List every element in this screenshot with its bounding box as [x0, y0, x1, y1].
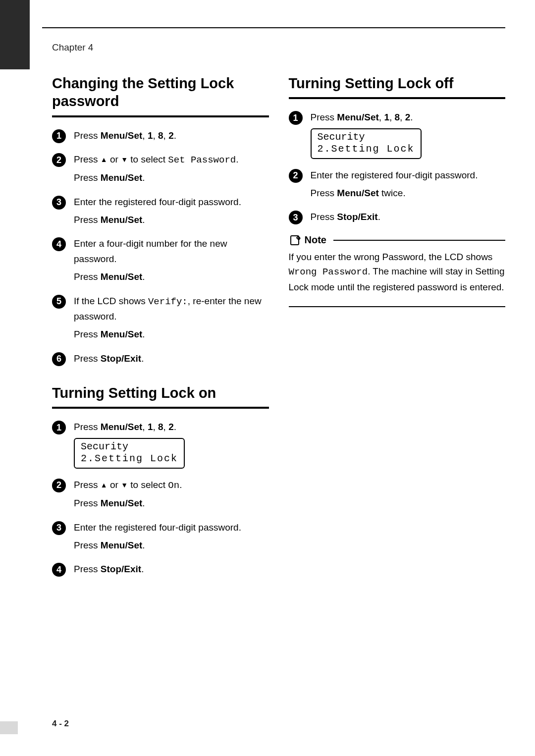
step-text: Enter a four-digit number for the new pa…	[74, 236, 269, 267]
note-header: Note	[289, 234, 506, 247]
step-number-icon: 4	[52, 563, 66, 577]
step-2: 2 Enter the registered four-digit passwo…	[289, 168, 506, 201]
section-rule	[52, 115, 269, 117]
step-3: 3 Press Stop/Exit.	[289, 210, 506, 224]
down-triangle-icon: ▼	[121, 154, 128, 165]
step-text: Press Menu/Set, 1, 8, 2.	[74, 420, 269, 434]
header-rule	[42, 27, 505, 28]
note-rule	[333, 240, 505, 241]
step-number-icon: 3	[289, 211, 303, 224]
step-text: Press Menu/Set.	[74, 327, 269, 342]
step-number-icon: 2	[52, 479, 66, 492]
step-5: 5 If the LCD shows Verify:, re-enter the…	[52, 294, 269, 342]
chapter-label: Chapter 4	[52, 42, 93, 53]
step-text: Press Stop/Exit.	[74, 562, 269, 577]
step-2: 2 Press ▲ or ▼ to select On. Press Menu/…	[52, 478, 269, 511]
page-edge-tab	[0, 721, 18, 734]
step-4: 4 Press Stop/Exit.	[52, 562, 269, 577]
step-1: 1 Press Menu/Set, 1, 8, 2. Security 2.Se…	[289, 110, 506, 159]
step-2: 2 Press ▲ or ▼ to select Set Password. P…	[52, 152, 269, 186]
lcd-line-1: Security	[81, 441, 178, 453]
step-number-icon: 2	[52, 153, 66, 167]
step-6: 6 Press Stop/Exit.	[52, 351, 269, 366]
step-number-icon: 2	[289, 169, 303, 183]
note-icon	[289, 234, 302, 247]
step-3: 3 Enter the registered four-digit passwo…	[52, 195, 269, 228]
note-body: If you enter the wrong Password, the LCD…	[289, 250, 506, 294]
left-column: Changing the Setting Lock password 1 Pre…	[52, 74, 269, 586]
step-text: Press Menu/Set.	[74, 170, 269, 185]
page-number: 4 - 2	[52, 719, 69, 729]
step-text: Press Stop/Exit.	[311, 210, 506, 224]
right-column: Turning Setting Lock off 1 Press Menu/Se…	[289, 74, 506, 586]
step-text: Press Menu/Set.	[74, 270, 269, 284]
step-text: Press Menu/Set, 1, 8, 2.	[311, 110, 506, 125]
lcd-line-1: Security	[318, 131, 415, 143]
section-title: Turning Setting Lock on	[52, 384, 269, 402]
step-3: 3 Enter the registered four-digit passwo…	[52, 520, 269, 553]
note-bottom-rule	[289, 306, 506, 307]
step-number-icon: 3	[52, 196, 66, 210]
step-number-icon: 6	[52, 352, 66, 366]
up-triangle-icon: ▲	[101, 480, 107, 490]
document-page: Chapter 4 Changing the Setting Lock pass…	[0, 0, 535, 756]
chapter-tab	[0, 0, 30, 69]
step-number-icon: 5	[52, 295, 66, 309]
lcd-line-2: 2.Setting Lock	[318, 143, 415, 155]
up-triangle-icon: ▲	[101, 154, 107, 165]
step-text: If the LCD shows Verify:, re-enter the n…	[74, 294, 269, 324]
note-label: Note	[305, 234, 326, 246]
step-1: 1 Press Menu/Set, 1, 8, 2.	[52, 128, 269, 143]
lcd-line-2: 2.Setting Lock	[81, 453, 178, 465]
step-text: Press Stop/Exit.	[74, 351, 269, 366]
step-4: 4 Enter a four-digit number for the new …	[52, 236, 269, 284]
step-number-icon: 4	[52, 237, 66, 251]
step-text: Press Menu/Set.	[74, 538, 269, 553]
step-text: Enter the registered four-digit password…	[74, 520, 269, 535]
step-text: Press Menu/Set twice.	[311, 186, 506, 201]
step-number-icon: 1	[52, 129, 66, 143]
step-1: 1 Press Menu/Set, 1, 8, 2. Security 2.Se…	[52, 420, 269, 468]
step-text: Press Menu/Set.	[74, 496, 269, 511]
step-text: Enter the registered four-digit password…	[74, 195, 269, 210]
lcd-display: Security 2.Setting Lock	[74, 438, 185, 469]
step-text: Press ▲ or ▼ to select Set Password.	[74, 152, 269, 167]
step-number-icon: 1	[52, 421, 66, 434]
step-text: Enter the registered four-digit password…	[311, 168, 506, 183]
step-text: Press ▲ or ▼ to select On.	[74, 478, 269, 493]
step-text: Press Menu/Set.	[74, 213, 269, 227]
step-number-icon: 1	[289, 111, 303, 125]
section-title: Turning Setting Lock off	[289, 74, 506, 92]
step-number-icon: 3	[52, 521, 66, 535]
section-rule	[52, 407, 269, 409]
section-title: Changing the Setting Lock password	[52, 74, 269, 110]
step-text: Press Menu/Set, 1, 8, 2.	[74, 128, 269, 143]
section-rule	[289, 97, 506, 99]
lcd-display: Security 2.Setting Lock	[311, 128, 422, 159]
down-triangle-icon: ▼	[121, 480, 128, 490]
